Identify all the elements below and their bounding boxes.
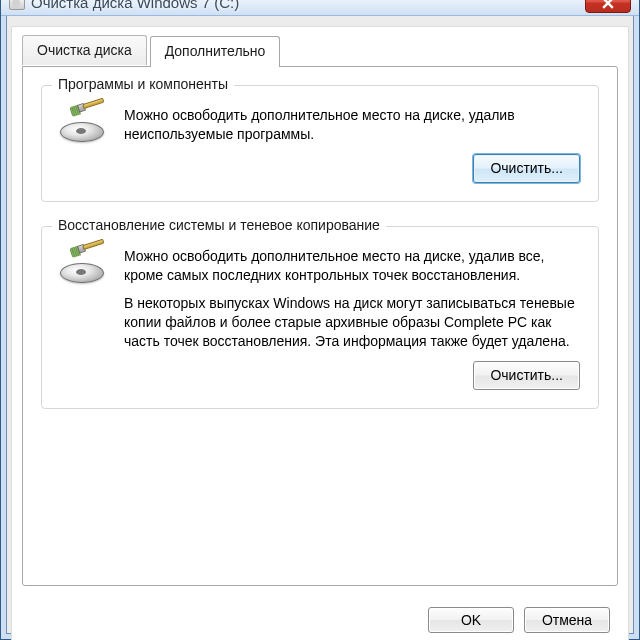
disk-cleanup-icon	[60, 110, 108, 144]
cleanup-programs-button[interactable]: Очистить...	[473, 154, 580, 183]
client-area: Очистка диска Дополнительно Программы и …	[11, 26, 629, 640]
window-title: Очистка диска Windows 7 (C:)	[31, 0, 239, 11]
disk-cleanup-window: Очистка диска Windows 7 (C:) Очистка дис…	[0, 0, 640, 640]
titlebar[interactable]: Очистка диска Windows 7 (C:)	[1, 0, 639, 16]
group-programs-text: Можно освободить дополнительное место на…	[124, 106, 580, 183]
group-restore-legend: Восстановление системы и теневое копиров…	[52, 217, 386, 233]
cancel-button[interactable]: Отмена	[524, 607, 610, 633]
close-button[interactable]	[585, 0, 631, 13]
close-icon	[602, 0, 614, 9]
dialog-button-row: OK Отмена	[428, 607, 610, 633]
group-programs-legend: Программы и компоненты	[52, 76, 234, 92]
group-programs-description: Можно освободить дополнительное место на…	[124, 106, 580, 144]
disk-cleanup-app-icon	[9, 0, 25, 10]
tab-advanced[interactable]: Дополнительно	[150, 36, 281, 67]
group-programs-and-components: Программы и компоненты Можно освободить …	[41, 85, 599, 202]
disk-cleanup-icon	[60, 251, 108, 285]
tab-strip: Очистка диска Дополнительно	[12, 35, 628, 67]
tab-panel-advanced: Программы и компоненты Можно освободить …	[22, 66, 618, 586]
cleanup-restore-button[interactable]: Очистить...	[473, 361, 580, 390]
group-restore-description-2: В некоторых выпусках Windows на диск мог…	[124, 294, 580, 351]
group-system-restore: Восстановление системы и теневое копиров…	[41, 226, 599, 409]
ok-button[interactable]: OK	[428, 607, 514, 633]
tab-disk-cleanup[interactable]: Очистка диска	[22, 35, 147, 65]
group-restore-text: Можно освободить дополнительное место на…	[124, 247, 580, 390]
group-restore-description-1: Можно освободить дополнительное место на…	[124, 247, 580, 285]
